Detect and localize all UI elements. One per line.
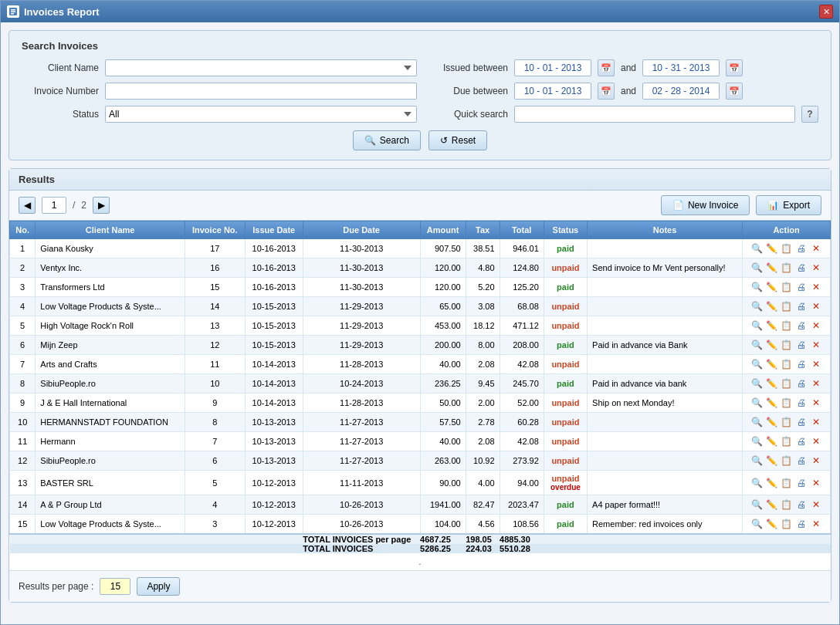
apply-button[interactable]: Apply — [137, 577, 180, 596]
delete-icon[interactable]: ✕ — [810, 416, 822, 428]
copy-icon[interactable]: 📋 — [781, 358, 793, 370]
copy-icon[interactable]: 📋 — [781, 300, 793, 312]
results-per-page-input[interactable] — [100, 578, 130, 595]
delete-icon[interactable]: ✕ — [810, 498, 822, 511]
next-page-button[interactable]: ▶ — [93, 197, 110, 214]
quick-search-help-button[interactable]: ? — [801, 106, 818, 123]
print-icon[interactable]: 🖨 — [795, 339, 808, 351]
print-icon[interactable]: 🖨 — [795, 454, 808, 467]
print-icon[interactable]: 🖨 — [795, 358, 808, 370]
copy-icon[interactable]: 📋 — [781, 262, 793, 274]
issued-to-input[interactable] — [642, 59, 720, 76]
view-icon[interactable]: 🔍 — [751, 319, 764, 332]
status-select[interactable]: All Paid Unpaid Overdue — [105, 106, 417, 123]
copy-icon[interactable]: 📋 — [781, 518, 793, 530]
view-icon[interactable]: 🔍 — [751, 358, 764, 370]
view-icon[interactable]: 🔍 — [751, 454, 764, 467]
view-icon[interactable]: 🔍 — [751, 518, 764, 530]
copy-icon[interactable]: 📋 — [781, 397, 793, 409]
issued-from-calendar-button[interactable]: 📅 — [598, 59, 615, 76]
view-icon[interactable]: 🔍 — [751, 300, 764, 312]
new-invoice-button[interactable]: 📄 New Invoice — [661, 195, 750, 215]
view-icon[interactable]: 🔍 — [751, 242, 764, 255]
delete-icon[interactable]: ✕ — [810, 454, 822, 467]
export-button[interactable]: 📊 Export — [756, 195, 821, 215]
delete-icon[interactable]: ✕ — [810, 242, 822, 255]
edit-icon[interactable]: ✏️ — [766, 435, 778, 448]
print-icon[interactable]: 🖨 — [795, 377, 808, 390]
print-icon[interactable]: 🖨 — [795, 281, 808, 293]
print-icon[interactable]: 🖨 — [795, 498, 808, 511]
view-icon[interactable]: 🔍 — [751, 498, 764, 511]
copy-icon[interactable]: 📋 — [781, 242, 793, 255]
print-icon[interactable]: 🖨 — [795, 300, 808, 312]
edit-icon[interactable]: ✏️ — [766, 358, 778, 370]
copy-icon[interactable]: 📋 — [781, 435, 793, 448]
edit-icon[interactable]: ✏️ — [766, 281, 778, 293]
copy-icon[interactable]: 📋 — [781, 498, 793, 511]
edit-icon[interactable]: ✏️ — [766, 300, 778, 312]
print-icon[interactable]: 🖨 — [795, 416, 808, 428]
print-icon[interactable]: 🖨 — [795, 518, 808, 530]
delete-icon[interactable]: ✕ — [810, 477, 822, 489]
copy-icon[interactable]: 📋 — [781, 339, 793, 351]
client-name-select[interactable] — [105, 59, 417, 76]
print-icon[interactable]: 🖨 — [795, 397, 808, 409]
copy-icon[interactable]: 📋 — [781, 281, 793, 293]
edit-icon[interactable]: ✏️ — [766, 242, 778, 255]
edit-icon[interactable]: ✏️ — [766, 319, 778, 332]
edit-icon[interactable]: ✏️ — [766, 339, 778, 351]
copy-icon[interactable]: 📋 — [781, 454, 793, 467]
page-current-input[interactable] — [42, 197, 66, 214]
delete-icon[interactable]: ✕ — [810, 281, 822, 293]
print-icon[interactable]: 🖨 — [795, 435, 808, 448]
prev-page-button[interactable]: ◀ — [19, 197, 36, 214]
search-button[interactable]: 🔍 Search — [353, 130, 421, 150]
delete-icon[interactable]: ✕ — [810, 377, 822, 390]
print-icon[interactable]: 🖨 — [795, 262, 808, 274]
edit-icon[interactable]: ✏️ — [766, 397, 778, 409]
view-icon[interactable]: 🔍 — [751, 416, 764, 428]
issued-to-calendar-button[interactable]: 📅 — [726, 59, 743, 76]
view-icon[interactable]: 🔍 — [751, 262, 764, 274]
delete-icon[interactable]: ✕ — [810, 339, 822, 351]
close-button[interactable]: ✕ — [819, 5, 833, 19]
copy-icon[interactable]: 📋 — [781, 319, 793, 332]
print-icon[interactable]: 🖨 — [795, 477, 808, 489]
copy-icon[interactable]: 📋 — [781, 416, 793, 428]
delete-icon[interactable]: ✕ — [810, 358, 822, 370]
view-icon[interactable]: 🔍 — [751, 435, 764, 448]
cell-issue-date: 10-14-2013 — [245, 374, 303, 394]
view-icon[interactable]: 🔍 — [751, 377, 764, 390]
view-icon[interactable]: 🔍 — [751, 281, 764, 293]
view-icon[interactable]: 🔍 — [751, 397, 764, 409]
print-icon[interactable]: 🖨 — [795, 242, 808, 255]
delete-icon[interactable]: ✕ — [810, 262, 822, 274]
view-icon[interactable]: 🔍 — [751, 339, 764, 351]
delete-icon[interactable]: ✕ — [810, 300, 822, 312]
delete-icon[interactable]: ✕ — [810, 397, 822, 409]
quick-search-input[interactable] — [514, 106, 795, 123]
edit-icon[interactable]: ✏️ — [766, 518, 778, 530]
edit-icon[interactable]: ✏️ — [766, 477, 778, 489]
copy-icon[interactable]: 📋 — [781, 377, 793, 390]
due-from-calendar-button[interactable]: 📅 — [598, 83, 615, 100]
copy-icon[interactable]: 📋 — [781, 477, 793, 489]
delete-icon[interactable]: ✕ — [810, 435, 822, 448]
delete-icon[interactable]: ✕ — [810, 518, 822, 530]
delete-icon[interactable]: ✕ — [810, 319, 822, 332]
invoice-number-input[interactable] — [105, 83, 417, 100]
edit-icon[interactable]: ✏️ — [766, 262, 778, 274]
due-to-input[interactable] — [642, 83, 720, 100]
edit-icon[interactable]: ✏️ — [766, 454, 778, 467]
view-icon[interactable]: 🔍 — [751, 477, 764, 489]
issued-from-input[interactable] — [514, 59, 591, 76]
reset-button[interactable]: ↺ Reset — [428, 130, 487, 150]
print-icon[interactable]: 🖨 — [795, 319, 808, 332]
edit-icon[interactable]: ✏️ — [766, 498, 778, 511]
edit-icon[interactable]: ✏️ — [766, 377, 778, 390]
due-to-calendar-button[interactable]: 📅 — [726, 83, 743, 100]
due-from-input[interactable] — [514, 83, 591, 100]
cell-client: HERMANNSTADT FOUNDATION — [36, 413, 185, 432]
edit-icon[interactable]: ✏️ — [766, 416, 778, 428]
